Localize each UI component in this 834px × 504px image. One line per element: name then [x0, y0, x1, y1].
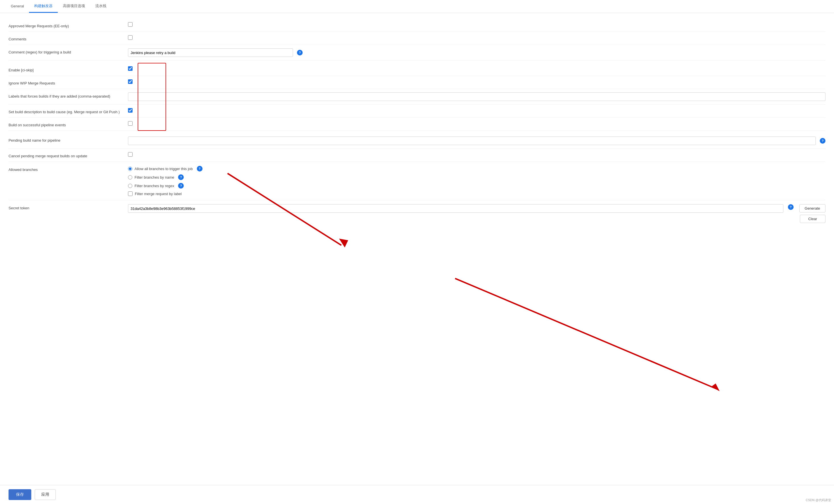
cancel-pending-checkbox[interactable]: [128, 152, 133, 157]
filter-by-regex-option: Filter branches by regex ?: [128, 183, 184, 189]
pending-build-name-control: ?: [128, 136, 826, 145]
ignore-wip-control: [128, 79, 826, 84]
ignore-wip-label: Ignore WIP Merge Requests: [8, 79, 128, 85]
allowed-branches-control: Allow all branches to trigger this job ?…: [128, 166, 826, 196]
labels-force-builds-control: [128, 92, 826, 101]
comment-regex-help-icon[interactable]: ?: [297, 50, 303, 56]
allow-all-option: Allow all branches to trigger this job ?: [128, 166, 202, 172]
filter-by-regex-help-icon[interactable]: ?: [178, 183, 184, 189]
comment-regex-label: Comment (regex) for triggering a build: [8, 48, 128, 54]
apply-button[interactable]: 应用: [35, 489, 56, 500]
set-build-description-row: Set build description to build cause (eg…: [8, 105, 826, 118]
secret-token-buttons: Generate Clear: [799, 204, 826, 223]
tab-pipeline[interactable]: 流水线: [90, 0, 111, 13]
clear-button[interactable]: Clear: [800, 215, 826, 223]
enable-ci-skip-checkbox[interactable]: [128, 66, 133, 71]
ignore-wip-row: Ignore WIP Merge Requests: [8, 76, 826, 89]
secret-token-control: ? Generate Clear: [128, 204, 826, 223]
ignore-wip-checkbox[interactable]: [128, 79, 133, 84]
comments-row: Comments: [8, 32, 826, 45]
approved-merge-requests-checkbox[interactable]: [128, 22, 133, 27]
pending-build-name-row: Pending build name for pipeline ?: [8, 133, 826, 149]
svg-line-2: [455, 279, 717, 389]
build-pipeline-events-checkbox[interactable]: [128, 121, 133, 126]
save-button[interactable]: 保存: [8, 489, 31, 500]
filter-by-name-radio[interactable]: [128, 175, 132, 179]
pending-build-name-help-icon[interactable]: ?: [820, 138, 826, 144]
set-build-description-label: Set build description to build cause (eg…: [8, 108, 128, 114]
allow-all-radio[interactable]: [128, 167, 132, 171]
svg-marker-3: [711, 384, 720, 391]
tab-advanced[interactable]: 高级项目选项: [58, 0, 90, 13]
enable-ci-skip-label: Enable [ci-skip]: [8, 66, 128, 72]
labels-force-builds-label: Labels that forces builds if they are ad…: [8, 92, 128, 98]
cancel-pending-label: Cancel pending merge request builds on u…: [8, 152, 128, 158]
cancel-pending-control: [128, 152, 826, 157]
build-pipeline-events-control: [128, 121, 826, 126]
filter-by-name-help-icon[interactable]: ?: [178, 174, 184, 180]
enable-ci-skip-control: [128, 66, 826, 71]
filter-by-regex-radio[interactable]: [128, 184, 132, 188]
tab-general[interactable]: General: [6, 1, 29, 13]
secret-token-row: Secret token ? Generate Clear: [8, 200, 826, 240]
comments-label: Comments: [8, 35, 128, 41]
allowed-branches-row: Allowed branches Allow all branches to t…: [8, 162, 826, 200]
build-pipeline-events-row: Build on successful pipeline events: [8, 118, 826, 131]
filter-by-regex-label: Filter branches by regex: [135, 184, 174, 188]
secret-token-label: Secret token: [8, 204, 128, 210]
approved-merge-requests-row: Approved Merge Requests (EE-only): [8, 19, 826, 32]
labels-force-builds-input[interactable]: [128, 92, 826, 101]
labels-force-builds-row: Labels that forces builds if they are ad…: [8, 89, 826, 105]
comments-control: [128, 35, 826, 40]
tabs-bar: General 构建触发器 高级项目选项 流水线: [0, 0, 834, 13]
cancel-pending-row: Cancel pending merge request builds on u…: [8, 149, 826, 162]
pending-build-name-input[interactable]: [128, 136, 816, 145]
comments-checkbox[interactable]: [128, 35, 133, 40]
filter-merge-label-option: Filter merge request by label: [128, 192, 182, 196]
main-content: Approved Merge Requests (EE-only) Commen…: [0, 13, 834, 503]
approved-merge-requests-label: Approved Merge Requests (EE-only): [8, 22, 128, 28]
secret-token-help-icon[interactable]: ?: [788, 204, 794, 210]
set-build-description-control: [128, 108, 826, 113]
set-build-description-checkbox[interactable]: [128, 108, 133, 113]
filter-by-name-label: Filter branches by name: [135, 175, 174, 179]
allow-all-label: Allow all branches to trigger this job: [135, 167, 193, 171]
allow-all-help-icon[interactable]: ?: [197, 166, 202, 172]
comment-regex-row: Comment (regex) for triggering a build ?: [8, 45, 826, 61]
filter-merge-label-checkbox[interactable]: [128, 192, 133, 196]
filter-by-name-option: Filter branches by name ?: [128, 174, 184, 180]
enable-ci-skip-row: Enable [ci-skip]: [8, 63, 826, 76]
approved-merge-requests-control: [128, 22, 826, 27]
secret-token-input-wrap: [128, 204, 783, 213]
tab-build-triggers[interactable]: 构建触发器: [29, 0, 58, 13]
comment-regex-control: ?: [128, 48, 826, 57]
comment-regex-input[interactable]: [128, 48, 293, 57]
generate-button[interactable]: Generate: [799, 204, 826, 213]
build-pipeline-events-label: Build on successful pipeline events: [8, 121, 128, 127]
watermark: CSDN @代码讲堂: [806, 498, 831, 502]
secret-token-input[interactable]: [128, 204, 783, 213]
allowed-branches-label: Allowed branches: [8, 166, 128, 172]
action-bar: 保存 应用: [0, 485, 834, 504]
pending-build-name-label: Pending build name for pipeline: [8, 136, 128, 143]
filter-merge-label-label: Filter merge request by label: [135, 192, 182, 196]
